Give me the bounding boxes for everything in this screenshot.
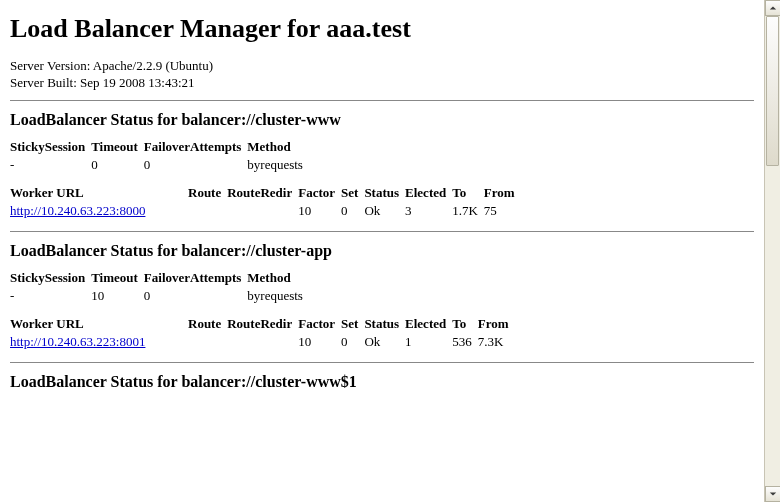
col-route: Route: [188, 316, 227, 334]
chevron-up-icon: [769, 0, 777, 16]
workers-header-row: Worker URL Route RouteRedir Factor Set S…: [10, 185, 521, 203]
scrollbar-track[interactable]: [765, 16, 780, 486]
col-to: To: [452, 316, 478, 334]
balancer-title: LoadBalancer Status for balancer://clust…: [10, 373, 754, 391]
divider: [10, 231, 754, 232]
server-version-label: Server Version:: [10, 58, 90, 73]
cell-set: 0: [341, 334, 364, 352]
cell-to: 536: [452, 334, 478, 352]
col-timeout: Timeout: [91, 139, 144, 157]
worker-url-link[interactable]: http://10.240.63.223:8001: [10, 334, 145, 349]
col-failover: FailoverAttempts: [144, 270, 247, 288]
cell-route: [188, 203, 227, 221]
cell-timeout: 0: [91, 157, 144, 175]
server-built-line: Server Built: Sep 19 2008 13:43:21: [10, 75, 754, 92]
cell-from: 75: [484, 203, 521, 221]
cell-status: Ok: [364, 334, 405, 352]
col-factor: Factor: [298, 185, 341, 203]
cell-method: byrequests: [247, 288, 309, 306]
cell-method: byrequests: [247, 157, 309, 175]
col-method: Method: [247, 139, 309, 157]
chevron-down-icon: [769, 486, 777, 502]
scrollbar-thumb[interactable]: [766, 16, 779, 166]
server-version-line: Server Version: Apache/2.2.9 (Ubuntu): [10, 58, 754, 75]
scroll-up-button[interactable]: [765, 0, 780, 16]
balancer-title: LoadBalancer Status for balancer://clust…: [10, 242, 754, 260]
server-built-label: Server Built:: [10, 75, 77, 90]
col-elected: Elected: [405, 185, 452, 203]
cell-sticky: -: [10, 157, 91, 175]
cell-failover: 0: [144, 157, 247, 175]
cell-failover: 0: [144, 288, 247, 306]
col-sticky: StickySession: [10, 139, 91, 157]
workers-table: Worker URL Route RouteRedir Factor Set S…: [10, 185, 521, 221]
workers-header-row: Worker URL Route RouteRedir Factor Set S…: [10, 316, 515, 334]
cell-route-redir: [227, 203, 298, 221]
col-status: Status: [364, 316, 405, 334]
cell-timeout: 10: [91, 288, 144, 306]
workers-table: Worker URL Route RouteRedir Factor Set S…: [10, 316, 515, 352]
divider: [10, 362, 754, 363]
col-worker-url: Worker URL: [10, 185, 188, 203]
col-from: From: [478, 316, 515, 334]
col-from: From: [484, 185, 521, 203]
col-set: Set: [341, 316, 364, 334]
col-timeout: Timeout: [91, 270, 144, 288]
balancer-settings-table: StickySession Timeout FailoverAttempts M…: [10, 270, 309, 306]
balancer-settings-table: StickySession Timeout FailoverAttempts M…: [10, 139, 309, 175]
settings-header-row: StickySession Timeout FailoverAttempts M…: [10, 270, 309, 288]
col-status: Status: [364, 185, 405, 203]
page-title: Load Balancer Manager for aaa.test: [10, 14, 754, 44]
col-method: Method: [247, 270, 309, 288]
worker-row: http://10.240.63.223:8000 10 0 Ok 3 1.7K…: [10, 203, 521, 221]
settings-row: - 0 0 byrequests: [10, 157, 309, 175]
server-built-value: Sep 19 2008 13:43:21: [80, 75, 194, 90]
worker-row: http://10.240.63.223:8001 10 0 Ok 1 536 …: [10, 334, 515, 352]
cell-factor: 10: [298, 334, 341, 352]
col-worker-url: Worker URL: [10, 316, 188, 334]
cell-from: 7.3K: [478, 334, 515, 352]
cell-status: Ok: [364, 203, 405, 221]
col-set: Set: [341, 185, 364, 203]
col-elected: Elected: [405, 316, 452, 334]
cell-factor: 10: [298, 203, 341, 221]
col-route-redir: RouteRedir: [227, 185, 298, 203]
cell-elected: 3: [405, 203, 452, 221]
settings-header-row: StickySession Timeout FailoverAttempts M…: [10, 139, 309, 157]
cell-elected: 1: [405, 334, 452, 352]
col-to: To: [452, 185, 484, 203]
col-failover: FailoverAttempts: [144, 139, 247, 157]
scroll-down-button[interactable]: [765, 486, 780, 502]
content-area: Load Balancer Manager for aaa.test Serve…: [0, 0, 764, 502]
settings-row: - 10 0 byrequests: [10, 288, 309, 306]
cell-to: 1.7K: [452, 203, 484, 221]
divider: [10, 100, 754, 101]
balancer-title: LoadBalancer Status for balancer://clust…: [10, 111, 754, 129]
vertical-scrollbar[interactable]: [764, 0, 780, 502]
cell-route-redir: [227, 334, 298, 352]
cell-route: [188, 334, 227, 352]
col-factor: Factor: [298, 316, 341, 334]
server-version-value: Apache/2.2.9 (Ubuntu): [93, 58, 213, 73]
cell-sticky: -: [10, 288, 91, 306]
cell-set: 0: [341, 203, 364, 221]
col-route-redir: RouteRedir: [227, 316, 298, 334]
worker-url-link[interactable]: http://10.240.63.223:8000: [10, 203, 145, 218]
col-route: Route: [188, 185, 227, 203]
col-sticky: StickySession: [10, 270, 91, 288]
